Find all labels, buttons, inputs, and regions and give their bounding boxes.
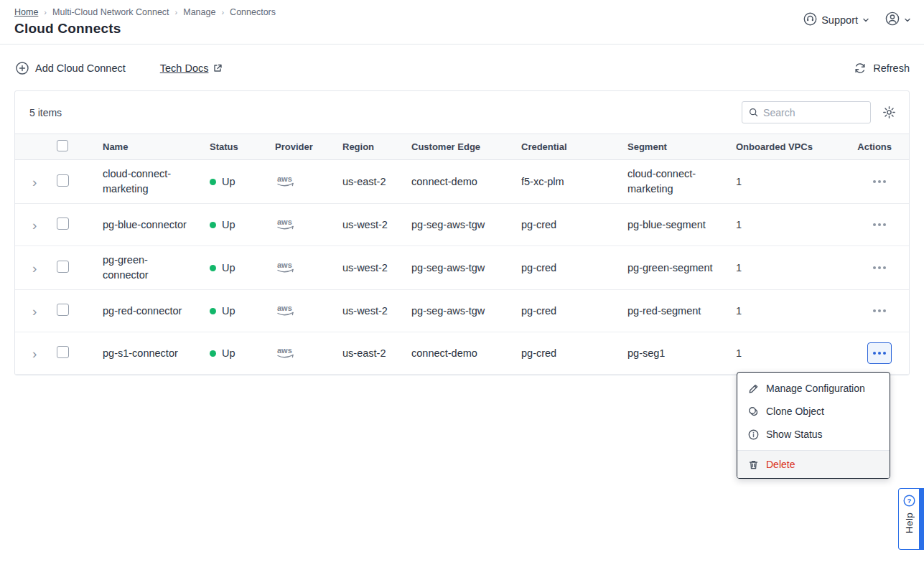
row-checkbox[interactable] bbox=[57, 261, 69, 273]
menu-item-manage-configuration[interactable]: Manage Configuration bbox=[737, 377, 890, 400]
toolbar: Add Cloud Connect Tech Docs Refresh bbox=[0, 45, 924, 90]
breadcrumb-home[interactable]: Home bbox=[14, 7, 38, 17]
expand-chevron-icon[interactable]: › bbox=[24, 261, 37, 275]
row-actions-button[interactable] bbox=[867, 171, 892, 192]
search-box[interactable] bbox=[742, 101, 871, 123]
search-icon bbox=[749, 107, 758, 118]
cell-region: us-east-2 bbox=[342, 347, 411, 359]
cell-region: us-west-2 bbox=[342, 219, 411, 230]
support-menu[interactable]: Support bbox=[803, 12, 869, 28]
svg-text:aws: aws bbox=[277, 304, 292, 312]
row-actions-context-menu: Manage Configuration Clone Object Show S… bbox=[737, 372, 890, 479]
refresh-label: Refresh bbox=[873, 62, 910, 74]
cell-credential: pg-cred bbox=[521, 305, 627, 317]
trash-icon bbox=[747, 459, 759, 470]
cell-segment: pg-green-segment bbox=[627, 261, 736, 276]
account-menu[interactable] bbox=[885, 11, 911, 28]
help-question-icon: ? bbox=[903, 495, 915, 507]
support-label: Support bbox=[821, 14, 858, 26]
cell-customer-edge: connect-demo bbox=[411, 176, 521, 187]
row-checkbox[interactable] bbox=[57, 218, 69, 230]
row-actions-button[interactable] bbox=[867, 257, 892, 279]
status-up-dot bbox=[210, 179, 216, 185]
breadcrumb-mcn[interactable]: Multi-Cloud Network Connect bbox=[52, 7, 169, 17]
expand-chevron-icon[interactable]: › bbox=[24, 304, 37, 318]
search-input[interactable] bbox=[763, 107, 864, 118]
add-cloud-connect-button[interactable]: Add Cloud Connect bbox=[16, 62, 126, 75]
col-header-customer-edge: Customer Edge bbox=[411, 141, 521, 152]
row-checkbox[interactable] bbox=[57, 174, 69, 187]
col-header-provider: Provider bbox=[275, 141, 342, 152]
row-actions-button[interactable] bbox=[867, 214, 892, 235]
menu-item-label: Show Status bbox=[766, 429, 823, 440]
row-actions-button[interactable] bbox=[867, 300, 892, 322]
table-header-row: Name Status Provider Region Customer Edg… bbox=[15, 134, 909, 160]
support-icon bbox=[803, 12, 817, 28]
col-header-actions: Actions bbox=[851, 141, 909, 152]
row-checkbox[interactable] bbox=[57, 346, 69, 358]
select-all-checkbox[interactable] bbox=[57, 140, 68, 151]
svg-text:aws: aws bbox=[277, 346, 292, 355]
cell-name: pg-s1-connector bbox=[103, 346, 210, 361]
table-settings-button[interactable] bbox=[882, 106, 896, 119]
page-title: Cloud Connects bbox=[14, 21, 910, 37]
expand-chevron-icon[interactable]: › bbox=[24, 175, 37, 189]
tech-docs-link[interactable]: Tech Docs bbox=[160, 62, 223, 74]
cell-provider: aws bbox=[275, 174, 342, 190]
cell-segment: pg-red-segment bbox=[627, 304, 736, 319]
help-tab[interactable]: ? Help bbox=[898, 488, 924, 550]
cell-provider: aws bbox=[275, 217, 342, 233]
menu-item-label: Delete bbox=[766, 459, 795, 470]
cell-credential: pg-cred bbox=[521, 347, 627, 359]
cell-onboarded-vpcs: 1 bbox=[736, 347, 851, 359]
aws-icon: aws bbox=[275, 303, 297, 319]
cell-customer-edge: pg-seg-aws-tgw bbox=[411, 262, 521, 273]
status-up-dot bbox=[210, 350, 216, 357]
cloud-connects-table-card: 5 items Name Status Provider Region Cust… bbox=[14, 90, 910, 375]
table-row: › pg-red-connector Up aws us-west-2 pg-s… bbox=[15, 290, 909, 332]
refresh-icon bbox=[854, 62, 867, 75]
aws-icon: aws bbox=[275, 345, 297, 362]
aws-icon: aws bbox=[275, 260, 297, 276]
cell-status: Up bbox=[210, 219, 275, 230]
chevron-down-icon bbox=[862, 17, 869, 24]
aws-icon: aws bbox=[275, 217, 297, 233]
tech-docs-label: Tech Docs bbox=[160, 62, 209, 74]
menu-item-delete[interactable]: Delete bbox=[737, 451, 890, 478]
breadcrumb-manage[interactable]: Manage bbox=[183, 7, 215, 17]
cell-name: pg-green-connector bbox=[103, 253, 174, 283]
col-header-status: Status bbox=[210, 141, 275, 152]
external-link-icon bbox=[213, 63, 223, 73]
breadcrumb-connectors[interactable]: Connectors bbox=[230, 7, 276, 17]
cell-onboarded-vpcs: 1 bbox=[736, 305, 851, 317]
add-cloud-connect-label: Add Cloud Connect bbox=[35, 62, 126, 74]
cell-provider: aws bbox=[275, 345, 342, 362]
cell-provider: aws bbox=[275, 303, 342, 319]
items-count: 5 items bbox=[29, 107, 62, 118]
expand-chevron-icon[interactable]: › bbox=[24, 218, 37, 232]
avatar-icon bbox=[885, 11, 900, 28]
aws-icon: aws bbox=[275, 174, 297, 190]
cell-name: pg-blue-connector bbox=[103, 218, 210, 233]
cell-customer-edge: pg-seg-aws-tgw bbox=[411, 219, 521, 230]
menu-item-show-status[interactable]: Show Status bbox=[737, 423, 890, 446]
table-row: › cloud-connect-marketing Up aws us-east… bbox=[15, 160, 909, 204]
status-up-dot bbox=[210, 222, 216, 228]
col-header-name: Name bbox=[103, 141, 210, 152]
info-icon bbox=[747, 429, 759, 440]
table-row: › pg-blue-connector Up aws us-west-2 pg-… bbox=[15, 204, 909, 246]
cell-status: Up bbox=[210, 347, 275, 359]
row-actions-button-active[interactable] bbox=[867, 342, 892, 364]
chevron-down-icon bbox=[904, 17, 911, 24]
breadcrumb-separator-icon: › bbox=[44, 8, 47, 17]
menu-item-label: Clone Object bbox=[766, 406, 824, 417]
gear-icon bbox=[882, 106, 896, 119]
row-checkbox[interactable] bbox=[57, 304, 69, 316]
top-bar: Home › Multi-Cloud Network Connect › Man… bbox=[0, 0, 924, 45]
refresh-button[interactable]: Refresh bbox=[854, 62, 910, 75]
svg-text:?: ? bbox=[907, 497, 911, 505]
menu-item-clone-object[interactable]: Clone Object bbox=[737, 400, 890, 423]
cell-region: us-east-2 bbox=[342, 176, 411, 187]
help-label: Help bbox=[904, 513, 915, 533]
expand-chevron-icon[interactable]: › bbox=[24, 347, 37, 360]
